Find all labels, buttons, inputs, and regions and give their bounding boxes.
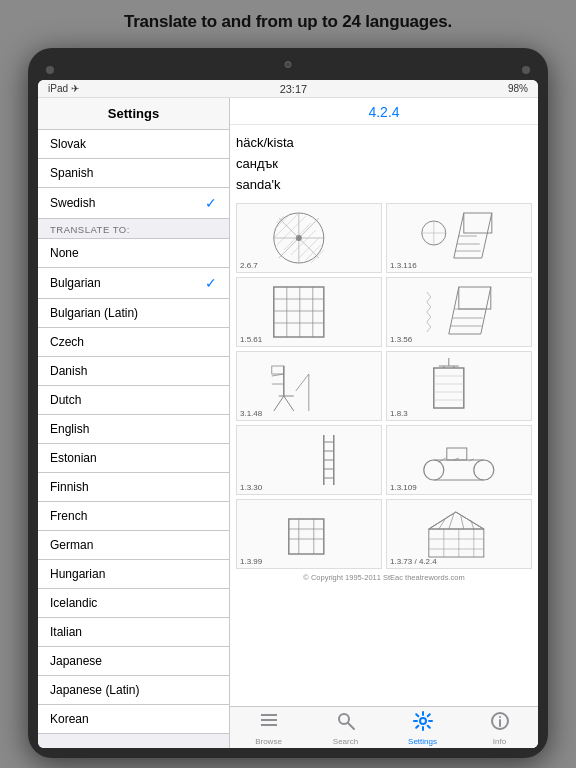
lang-to-japanese[interactable]: Japanese: [38, 647, 229, 676]
lang-to-hungarian[interactable]: Hungarian: [38, 560, 229, 589]
diagram-label-9: 1.3.99: [240, 557, 262, 566]
diagram-label-3: 1.5.61: [240, 335, 262, 344]
svg-rect-63: [289, 519, 324, 554]
svg-point-56: [474, 460, 494, 480]
lang-to-estonian[interactable]: Estonian: [38, 444, 229, 473]
svg-line-71: [456, 512, 484, 529]
top-label: Translate to and from up to 24 languages…: [0, 0, 576, 40]
status-right: 98%: [508, 83, 528, 94]
svg-rect-36: [272, 366, 284, 374]
device-label: iPad ✈: [48, 83, 79, 94]
tab-settings[interactable]: Settings: [384, 711, 461, 746]
lang-label: Danish: [50, 364, 87, 378]
diagram-label-1: 2.6.7: [240, 261, 258, 270]
settings-list[interactable]: Slovak Spanish Swedish ✓ TRANSLATE TO: N…: [38, 130, 229, 748]
svg-rect-81: [261, 714, 277, 716]
screw-tr: [522, 66, 530, 74]
battery-label: 98%: [508, 83, 528, 94]
word-1: häck/kista: [236, 133, 532, 154]
right-content[interactable]: häck/kista сандък sanda'k: [230, 125, 538, 706]
search-icon: [336, 711, 356, 736]
lang-label: Czech: [50, 335, 84, 349]
tab-search-label: Search: [333, 737, 358, 746]
lang-to-german[interactable]: German: [38, 531, 229, 560]
svg-line-8: [482, 213, 492, 258]
svg-point-86: [420, 718, 426, 724]
svg-point-89: [499, 716, 501, 718]
browse-icon: [259, 711, 279, 736]
stand-svg: [244, 356, 374, 416]
lang-to-finnish[interactable]: Finnish: [38, 473, 229, 502]
diagram-rack2: 1.3.56: [386, 277, 532, 347]
svg-line-85: [348, 723, 354, 729]
lang-label: Dutch: [50, 393, 81, 407]
right-panel: 4.2.4 häck/kista сандък sanda'k: [230, 98, 538, 748]
lang-to-english[interactable]: English: [38, 415, 229, 444]
lang-to-bulgarian-latin[interactable]: Bulgarian (Latin): [38, 299, 229, 328]
svg-rect-82: [261, 719, 277, 721]
tab-info-label: Info: [493, 737, 506, 746]
status-bar: iPad ✈ 23:17 98%: [38, 80, 538, 98]
lang-to-bulgarian[interactable]: Bulgarian ✓: [38, 268, 229, 299]
diagram-label-8: 1.3.109: [390, 483, 417, 492]
lang-label: None: [50, 246, 79, 260]
circle-svg: [244, 208, 374, 268]
tab-browse[interactable]: Browse: [230, 711, 307, 746]
screw-tl: [46, 66, 54, 74]
diagram-rack: 1.3.116: [386, 203, 532, 273]
diagram-stand: 3.1.48: [236, 351, 382, 421]
lang-label: English: [50, 422, 89, 436]
diagram-label-7: 1.3.30: [240, 483, 262, 492]
status-left: iPad ✈: [48, 83, 79, 94]
lang-to-japanese-latin[interactable]: Japanese (Latin): [38, 676, 229, 705]
lang-label: Bulgarian (Latin): [50, 306, 138, 320]
word-3: sanda'k: [236, 175, 532, 196]
settings-panel: Settings Slovak Spanish Swedish ✓ TRANSL…: [38, 98, 230, 748]
info-icon: [490, 711, 510, 736]
diagram-label-6: 1.8.3: [390, 409, 408, 418]
lang-label: Swedish: [50, 196, 95, 210]
rack-svg: [394, 208, 524, 268]
lang-from-swedish[interactable]: Swedish ✓: [38, 188, 229, 219]
tab-settings-label: Settings: [408, 737, 437, 746]
lang-label: Estonian: [50, 451, 97, 465]
lang-to-czech[interactable]: Czech: [38, 328, 229, 357]
lang-to-icelandic[interactable]: Icelandic: [38, 589, 229, 618]
tab-search[interactable]: Search: [307, 711, 384, 746]
svg-rect-62: [447, 448, 467, 460]
lang-to-korean[interactable]: Korean: [38, 705, 229, 734]
frame-svg: [394, 356, 524, 416]
diagram-label-4: 1.3.56: [390, 335, 412, 344]
tab-bar: Browse Search Settings: [230, 706, 538, 748]
svg-line-74: [461, 516, 464, 529]
lang-label: Korean: [50, 712, 89, 726]
lang-from-spanish[interactable]: Spanish: [38, 159, 229, 188]
tab-info[interactable]: Info: [461, 711, 538, 746]
settings-title: Settings: [38, 98, 229, 130]
lang-to-danish[interactable]: Danish: [38, 357, 229, 386]
lang-label: Japanese (Latin): [50, 683, 139, 697]
diagram-greenhouse: 1.3.73 / 4.2.4: [386, 499, 532, 569]
svg-point-55: [424, 460, 444, 480]
svg-rect-83: [261, 724, 277, 726]
svg-rect-23: [459, 287, 491, 309]
svg-line-75: [471, 520, 474, 529]
belt-svg: [394, 430, 524, 490]
box-svg: [244, 504, 374, 564]
status-time: 23:17: [280, 83, 308, 95]
diagram-circle: 2.6.7: [236, 203, 382, 273]
svg-line-33: [284, 396, 294, 411]
lang-label: Slovak: [50, 137, 86, 151]
diagram-label-2: 1.3.116: [390, 261, 417, 270]
svg-rect-16: [274, 287, 324, 337]
lang-to-french[interactable]: French: [38, 502, 229, 531]
svg-line-72: [439, 518, 446, 529]
lang-label: Italian: [50, 625, 82, 639]
device-frame: iPad ✈ 23:17 98% Settings Slovak Spanish: [28, 48, 548, 758]
lang-from-slovak[interactable]: Slovak: [38, 130, 229, 159]
lang-to-none[interactable]: None: [38, 239, 229, 268]
lang-to-italian[interactable]: Italian: [38, 618, 229, 647]
lang-to-dutch[interactable]: Dutch: [38, 386, 229, 415]
diagram-grid: 2.6.7: [236, 203, 532, 569]
diagram-label-10: 1.3.73 / 4.2.4: [390, 557, 437, 566]
